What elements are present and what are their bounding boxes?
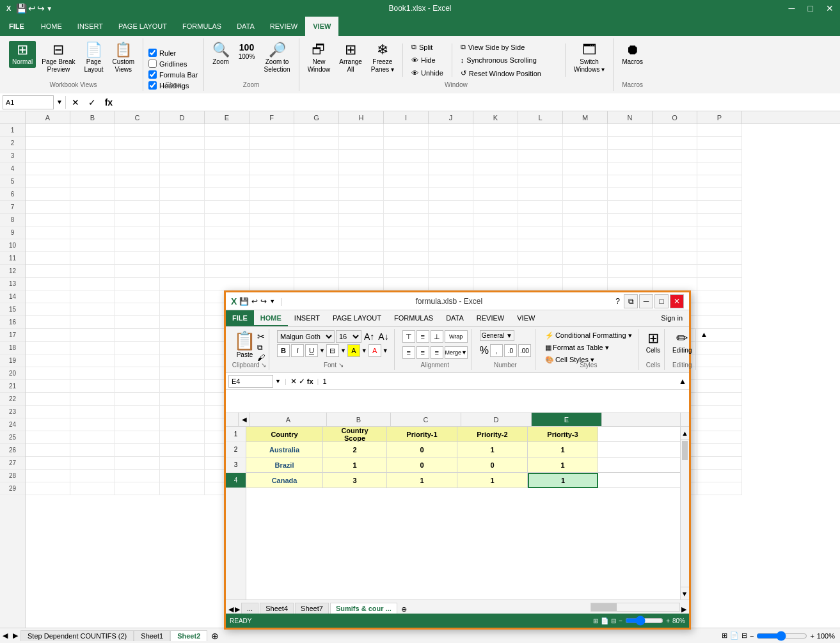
- fw-cell-e3[interactable]: 1: [528, 457, 598, 473]
- fw-tab-ellipsis[interactable]: ...: [241, 603, 258, 614]
- cell-7-2[interactable]: [115, 201, 160, 214]
- cell-18-3[interactable]: [160, 342, 205, 354]
- cell-4-1[interactable]: [70, 163, 115, 175]
- cell-23-3[interactable]: [160, 406, 205, 418]
- fw-hscrollbar[interactable]: [590, 603, 680, 612]
- cell-2-11[interactable]: [518, 137, 563, 150]
- fw-font-color-btn[interactable]: A: [368, 344, 381, 357]
- cell-14-3[interactable]: [160, 290, 205, 303]
- freeze-panes-btn[interactable]: ❄ FreezePanes ▾: [368, 41, 397, 75]
- row-num-8[interactable]: 8: [0, 214, 25, 226]
- cell-13-4[interactable]: [205, 278, 250, 290]
- cell-3-12[interactable]: [563, 150, 608, 163]
- cell-3-9[interactable]: [429, 150, 473, 163]
- cell-3-4[interactable]: [205, 150, 250, 163]
- cell-9-14[interactable]: [653, 226, 697, 239]
- cell-4-7[interactable]: [339, 163, 384, 175]
- cell-2-6[interactable]: [294, 137, 339, 150]
- fw-row-3[interactable]: 3: [226, 457, 246, 473]
- fw-sign-in[interactable]: Sign in: [654, 310, 689, 326]
- add-sheet-btn[interactable]: ⊕: [207, 631, 223, 641]
- cell-19-0[interactable]: [26, 354, 70, 367]
- row-num-16[interactable]: 16: [0, 316, 25, 329]
- cell-10-7[interactable]: [339, 239, 384, 252]
- cell-23-0[interactable]: [26, 406, 70, 418]
- cell-21-2[interactable]: [115, 380, 160, 393]
- tab-page-layout[interactable]: PAGE LAYOUT: [111, 17, 175, 36]
- cell-13-2[interactable]: [115, 278, 160, 290]
- fw-cell-a3[interactable]: Brazil: [246, 457, 323, 473]
- hide-btn[interactable]: 👁 Hide: [408, 54, 447, 66]
- cell-4-0[interactable]: [26, 163, 70, 175]
- fw-zoom-out[interactable]: −: [619, 617, 622, 624]
- cell-13-8[interactable]: [384, 278, 429, 290]
- cell-6-0[interactable]: [26, 188, 70, 201]
- cell-28-1[interactable]: [70, 470, 115, 482]
- cell-3-6[interactable]: [294, 150, 339, 163]
- cell-8-5[interactable]: [250, 214, 294, 226]
- view-side-by-side-btn[interactable]: ⧉ View Side by Side: [457, 41, 560, 53]
- fw-cell-c3[interactable]: 0: [387, 457, 457, 473]
- fw-undo-icon[interactable]: ↩: [251, 297, 258, 306]
- row-num-1[interactable]: 1: [0, 124, 25, 137]
- cell-6-3[interactable]: [160, 188, 205, 201]
- cell-4-10[interactable]: [473, 163, 518, 175]
- formula-bar-checkbox-item[interactable]: Formula Bar: [148, 70, 198, 79]
- customize-icon[interactable]: ▼: [46, 5, 52, 12]
- cell-8-6[interactable]: [294, 214, 339, 226]
- cell-8-4[interactable]: [205, 214, 250, 226]
- cell-8-10[interactable]: [473, 214, 518, 226]
- sheet-nav-prev[interactable]: ◀: [0, 631, 10, 640]
- row-num-29[interactable]: 29: [0, 482, 25, 495]
- cell-17-3[interactable]: [160, 329, 205, 342]
- fw-cancel-btn[interactable]: ✕: [290, 377, 297, 386]
- cell-2-8[interactable]: [384, 137, 429, 150]
- fw-paste-btn[interactable]: 📋: [234, 330, 256, 351]
- fw-cell-c4[interactable]: 1: [387, 473, 457, 488]
- tab-home[interactable]: HOME: [33, 17, 70, 36]
- cell-12-5[interactable]: [250, 265, 294, 278]
- row-num-24[interactable]: 24: [0, 418, 25, 431]
- cell-7-14[interactable]: [653, 201, 697, 214]
- cell-12-9[interactable]: [429, 265, 473, 278]
- cell-8-1[interactable]: [70, 214, 115, 226]
- cell-6-6[interactable]: [294, 188, 339, 201]
- row-num-25[interactable]: 25: [0, 431, 25, 444]
- cell-27-1[interactable]: [70, 457, 115, 470]
- tab-sheet2[interactable]: Sheet2: [170, 630, 207, 641]
- cell-21-3[interactable]: [160, 380, 205, 393]
- fw-cell-a1[interactable]: Country: [246, 427, 323, 442]
- cell-19-3[interactable]: [160, 354, 205, 367]
- fw-cell-e4[interactable]: 1: [528, 473, 598, 488]
- col-header-h[interactable]: H: [339, 111, 384, 123]
- cell-5-7[interactable]: [339, 175, 384, 188]
- custom-views-btn[interactable]: 📋 CustomViews: [109, 41, 138, 75]
- row-num-22[interactable]: 22: [0, 393, 25, 406]
- cell-28-0[interactable]: [26, 470, 70, 482]
- cell-18-15[interactable]: [697, 342, 742, 354]
- arrange-all-btn[interactable]: ⊞ ArrangeAll: [336, 41, 365, 75]
- cell-13-9[interactable]: [429, 278, 473, 290]
- cell-16-15[interactable]: [697, 316, 742, 329]
- cell-1-3[interactable]: [160, 124, 205, 137]
- fw-fx-btn[interactable]: fx: [307, 377, 313, 385]
- cell-27-15[interactable]: [697, 457, 742, 470]
- fw-tab-data[interactable]: DATA: [440, 310, 470, 326]
- cell-15-0[interactable]: [26, 303, 70, 316]
- cell-17-0[interactable]: [26, 329, 70, 342]
- cell-12-11[interactable]: [518, 265, 563, 278]
- cell-7-13[interactable]: [608, 201, 653, 214]
- cell-29-2[interactable]: [115, 482, 160, 495]
- cell-7-6[interactable]: [294, 201, 339, 214]
- cell-8-8[interactable]: [384, 214, 429, 226]
- cell-1-13[interactable]: [608, 124, 653, 137]
- cell-25-0[interactable]: [26, 431, 70, 444]
- cell-24-15[interactable]: [697, 418, 742, 431]
- col-header-b[interactable]: B: [70, 111, 115, 123]
- cell-9-12[interactable]: [563, 226, 608, 239]
- cell-7-10[interactable]: [473, 201, 518, 214]
- cell-16-0[interactable]: [26, 316, 70, 329]
- split-btn[interactable]: ⧉ Split: [408, 41, 447, 53]
- fw-ribbon-collapse[interactable]: ▲: [700, 329, 708, 339]
- cell-5-5[interactable]: [250, 175, 294, 188]
